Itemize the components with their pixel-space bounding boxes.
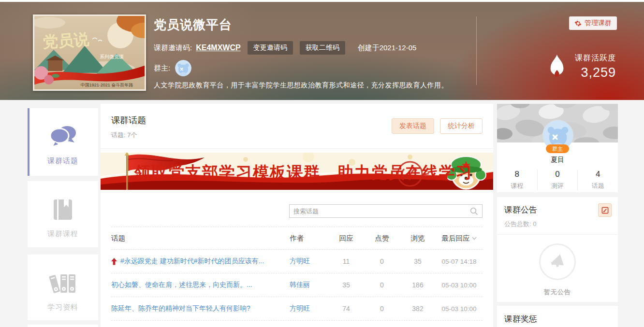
manage-group-button[interactable]: 管理课群 <box>569 16 617 30</box>
stat-courses: 8 课程 <box>497 170 537 190</box>
cover-footer-text: 中国1921·2021 奋斗百年路 <box>81 83 133 87</box>
views-count: 382 <box>400 305 436 313</box>
chevron-down-icon <box>472 237 477 240</box>
flame-icon <box>546 54 568 80</box>
author-link[interactable]: 韩佳丽 <box>290 281 310 288</box>
stat-assessments: 0 测评 <box>537 170 578 190</box>
rewards-card: 课群奖惩 <box>497 306 618 327</box>
announcements-title: 课群公告 <box>504 204 611 215</box>
author-link[interactable]: 方明旺 <box>290 257 310 265</box>
activity-label: 课群活跃度 <box>575 53 616 63</box>
created-date: 创建于2021-12-05 <box>358 43 417 53</box>
course-group-header: 党员说 系列微党课 中国1921·2021 奋斗百年路 党员说微平台 课群邀请码… <box>0 2 644 100</box>
cover-title-text: 党员说 <box>42 30 89 51</box>
page-title: 党员说微平台 <box>154 16 448 33</box>
col-replies: 回应 <box>328 234 364 243</box>
owner-label: 群主: <box>154 64 170 73</box>
invite-code-label: 课群邀请码: <box>154 43 192 53</box>
replies-count: 35 <box>328 281 364 289</box>
change-invite-code-button[interactable]: 变更邀请码 <box>248 41 293 55</box>
manage-group-label: 管理课群 <box>585 19 612 28</box>
rewards-title: 课群奖惩 <box>497 306 618 327</box>
search-input[interactable] <box>290 208 470 215</box>
cover-artwork: 党员说 系列微党课 中国1921·2021 奋斗百年路 <box>34 16 145 89</box>
bear-avatar-icon <box>175 60 191 76</box>
views-count: 186 <box>400 281 436 289</box>
topics-panel: 课群话题 话题: 7个 发表话题 统计分析 <box>101 104 493 327</box>
col-views: 浏览 <box>400 234 436 243</box>
table-row: #永远跟党走 建功新时代#新时代的团员应该有... 方明旺 11 0 35 05… <box>111 250 483 273</box>
likes-count: 0 <box>364 305 400 313</box>
last-reply-time: 05-07 14:18 <box>436 258 483 265</box>
banner-text: 领取党支部学习模板课群，助力党员在线学习 <box>133 163 473 181</box>
replies-count: 74 <box>328 305 364 313</box>
search-box <box>289 204 483 218</box>
sidebar-item-topics[interactable]: 课群话题 <box>28 108 98 176</box>
edit-announcement-button[interactable] <box>598 203 612 217</box>
table-row: 陈延年、陈乔年的精神对当下年轻人有何影响? 方明旺 74 0 382 05-03… <box>111 297 483 321</box>
topic-link[interactable]: 陈延年、陈乔年的精神对当下年轻人有何影响? <box>111 304 250 313</box>
replies-count: 11 <box>328 257 364 265</box>
stat-topics: 4 话题 <box>577 170 618 190</box>
table-header-row: 话题 作者 回应 点赞 浏览 最后回应 <box>111 227 483 250</box>
topic-link[interactable]: #永远跟党走 建功新时代#新时代的团员应该有... <box>120 257 264 266</box>
chat-bubbles-icon <box>49 125 77 150</box>
announcements-card: 课群公告 公告总数: 0 暂无公告 <box>497 197 618 302</box>
topic-link[interactable]: 初心如磐、使命在肩，述往思来，向史而新。... <box>111 281 252 289</box>
last-reply-time: 05-03 10:00 <box>436 282 483 289</box>
section-divider <box>101 148 493 149</box>
empty-announcement-text: 暂无公告 <box>544 288 571 297</box>
col-topic: 话题 <box>111 234 290 243</box>
owner-avatar[interactable] <box>175 60 191 76</box>
get-qrcode-button[interactable]: 获取二维码 <box>300 41 345 55</box>
book-icon <box>49 198 77 223</box>
likes-count: 0 <box>364 257 400 265</box>
gear-icon <box>574 20 582 27</box>
course-description: 人文学院思政教育平台，用于丰富学院学生思想政治教育形式和途径，充分发挥思政育人作… <box>154 81 448 90</box>
sidebar-item-label: 课群课程 <box>28 229 98 239</box>
activity-block: 课群活跃度 3,259 <box>546 53 616 80</box>
owner-name: 夏目 <box>497 156 618 164</box>
author-link[interactable]: 方明旺 <box>290 304 310 312</box>
section-title: 课群话题 <box>111 114 146 126</box>
pinned-up-arrow-icon <box>111 258 117 265</box>
announcements-total: 公告总数: 0 <box>504 220 611 228</box>
views-count: 35 <box>400 257 436 265</box>
search-icon[interactable] <box>470 207 478 215</box>
activity-value: 3,259 <box>581 65 616 80</box>
course-cover-image: 党员说 系列微党课 中国1921·2021 奋斗百年路 <box>33 14 146 91</box>
publish-topic-button[interactable]: 发表话题 <box>392 118 434 134</box>
cover-subtitle-text: 系列微党课 <box>100 54 124 59</box>
col-likes: 点赞 <box>364 234 400 243</box>
megaphone-icon <box>548 252 567 271</box>
sidebar-item-materials[interactable]: 学习资料 <box>28 255 98 320</box>
header-divider <box>476 16 477 85</box>
empty-announcement-circle <box>539 243 576 280</box>
sidebar-item-next[interactable] <box>28 325 98 327</box>
topics-table: 话题 作者 回应 点赞 浏览 最后回应 #永远跟党走 建功新时代#新时代的团员应… <box>111 227 483 321</box>
col-author: 作者 <box>290 234 328 243</box>
sidebar-item-courses[interactable]: 课群课程 <box>28 181 98 247</box>
owner-role-badge: 群主 <box>546 144 569 153</box>
sidebar-item-label: 课群话题 <box>28 156 98 166</box>
sidebar-item-label: 学习资料 <box>28 303 98 312</box>
col-last-reply-sort[interactable]: 最后回应 <box>436 234 483 243</box>
invite-code-link[interactable]: KE4MXWCP <box>196 43 240 52</box>
edit-pencil-icon <box>601 207 609 214</box>
topic-count: 话题: 7个 <box>111 131 146 140</box>
last-reply-time: 05-03 10:00 <box>436 305 483 313</box>
likes-count: 0 <box>364 281 400 289</box>
statistics-button[interactable]: 统计分析 <box>440 118 483 134</box>
owner-profile-card: 群主 夏目 8 课程 0 测评 4 话题 <box>497 104 618 192</box>
binders-icon <box>49 271 77 296</box>
table-row: 初心如磐、使命在肩，述往思来，向史而新。... 韩佳丽 35 0 186 05-… <box>111 273 483 297</box>
promo-banner[interactable]: 领取党支部学习模板课群，助力党员在线学习 <box>101 153 493 190</box>
